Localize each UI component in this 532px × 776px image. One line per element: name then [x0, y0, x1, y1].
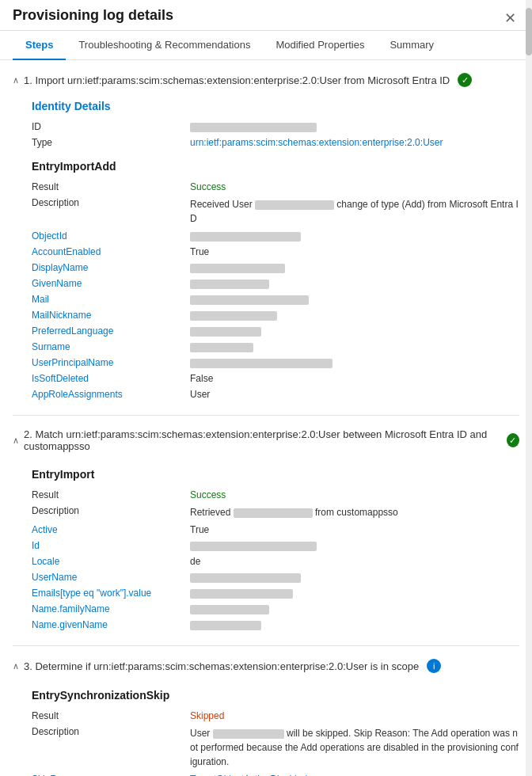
step-3-label: 3. Determine if urn:ietf:params:scim:sch… — [24, 660, 419, 672]
entry-sync-skip-title: EntrySynchronizationSkip — [32, 689, 519, 702]
entry-desc-value: Received User change of type (Add) from … — [190, 197, 519, 226]
emails-value — [190, 588, 519, 599]
preferredlang-label: PreferredLanguage — [32, 325, 190, 337]
step-1-header[interactable]: ∧ 1. Import urn:ietf:params:scim:schemas… — [13, 67, 519, 93]
givenname2-redacted — [190, 621, 261, 630]
skipreason-row: SkipReason TargetObjectActionDisabled — [32, 771, 519, 776]
upn-value — [190, 357, 519, 368]
step-2-section: ∧ 2. Match urn:ietf:params:scim:schemas:… — [13, 422, 519, 633]
entry3-desc-value: User will be skipped. Skip Reason: The A… — [190, 726, 519, 769]
identity-id-label: ID — [32, 121, 190, 132]
objectid-label: ObjectId — [32, 230, 190, 242]
step-3-entry-subsection: EntrySynchronizationSkip Result Skipped … — [32, 689, 519, 776]
id-row: Id — [32, 538, 519, 553]
displayname-label: DisplayName — [32, 262, 190, 273]
divider-1 — [13, 415, 519, 416]
step-3-info-icon: i — [427, 659, 441, 673]
step-1-chevron: ∧ — [13, 75, 19, 86]
identity-details-title: Identity Details — [32, 100, 519, 112]
page-header: Provisioning log details ✕ — [0, 0, 532, 31]
step-2-entry-subsection: EntryImport Result Success Description R… — [32, 468, 519, 633]
givenname-value — [190, 278, 519, 289]
mailnickname-value — [190, 310, 519, 321]
desc2-redacted — [234, 508, 313, 518]
identity-id-row: ID — [32, 119, 519, 135]
entry2-desc-value: Retrieved from customappsso — [190, 505, 519, 519]
mail-row: Mail — [32, 291, 519, 307]
accountenabled-row: AccountEnabled True — [32, 244, 519, 260]
surname-value — [190, 341, 519, 352]
divider-2 — [13, 645, 519, 646]
familyname-value — [190, 603, 519, 614]
approleassignments-value: User — [190, 389, 519, 400]
step-3-chevron: ∧ — [13, 661, 19, 671]
locale-value: de — [190, 556, 519, 567]
tab-modified[interactable]: Modified Properties — [263, 31, 377, 60]
entry3-desc-label: Description — [32, 726, 190, 737]
surname-row: Surname — [32, 339, 519, 355]
step-3-header[interactable]: ∧ 3. Determine if urn:ietf:params:scim:s… — [13, 652, 519, 679]
approleassignments-label: AppRoleAssignments — [32, 389, 190, 400]
givenname-row: GivenName — [32, 276, 519, 291]
username-label: UserName — [32, 572, 190, 583]
tab-steps[interactable]: Steps — [13, 31, 66, 60]
step-2-label: 2. Match urn:ietf:params:scim:schemas:ex… — [24, 428, 499, 452]
step-2-chevron: ∧ — [13, 436, 19, 446]
identity-id-redacted — [190, 123, 317, 132]
preferredlang-row: PreferredLanguage — [32, 323, 519, 339]
entry-desc-label: Description — [32, 197, 190, 208]
preferredlang-value — [190, 325, 519, 337]
step-1-check-icon: ✓ — [458, 73, 472, 87]
locale-row: Locale de — [32, 553, 519, 569]
identity-id-value — [190, 121, 519, 132]
givenname2-label: Name.givenName — [32, 619, 190, 630]
objectid-value — [190, 230, 519, 242]
emails-label: Emails[type eq "work"].value — [32, 588, 190, 599]
active-value: True — [190, 524, 519, 535]
approleassignments-row: AppRoleAssignments User — [32, 386, 519, 402]
givenname2-row: Name.givenName — [32, 617, 519, 633]
mail-label: Mail — [32, 294, 190, 305]
mailnickname-label: MailNickname — [32, 310, 190, 321]
step-1-entry-subsection: EntryImportAdd Result Success Descriptio… — [32, 160, 519, 402]
scrollbar-thumb[interactable] — [526, 8, 532, 55]
surname-redacted — [190, 343, 253, 352]
tab-troubleshooting[interactable]: Troubleshooting & Recommendations — [66, 31, 263, 60]
accountenabled-value: True — [190, 246, 519, 257]
familyname-row: Name.familyName — [32, 601, 519, 617]
entry-import-add-title: EntryImportAdd — [32, 160, 519, 173]
givenname2-value — [190, 619, 519, 630]
displayname-row: DisplayName — [32, 260, 519, 276]
entry2-result-label: Result — [32, 489, 190, 500]
id-value — [190, 540, 519, 551]
mail-value — [190, 294, 519, 305]
step-2-header[interactable]: ∧ 2. Match urn:ietf:params:scim:schemas:… — [13, 422, 519, 458]
entry-import-title: EntryImport — [32, 468, 519, 481]
entry-result-label: Result — [32, 181, 190, 192]
issoftdeleted-row: IsSoftDeleted False — [32, 371, 519, 386]
upn-label: UserPrincipalName — [32, 357, 190, 368]
step-1-label: 1. Import urn:ietf:params:scim:schemas:e… — [24, 74, 450, 86]
active-label: Active — [32, 524, 190, 535]
entry2-result-row: Result Success — [32, 487, 519, 503]
step-1-section: ∧ 1. Import urn:ietf:params:scim:schemas… — [13, 67, 519, 402]
identity-type-label: Type — [32, 137, 190, 148]
step-3-section: ∧ 3. Determine if urn:ietf:params:scim:s… — [13, 652, 519, 776]
scrollbar-track[interactable] — [526, 0, 532, 776]
entry2-desc-row: Description Retrieved from customappsso — [32, 503, 519, 522]
familyname-label: Name.familyName — [32, 603, 190, 614]
displayname-value — [190, 262, 519, 273]
id-redacted — [190, 542, 317, 551]
emails-redacted — [190, 589, 293, 599]
username-row: UserName — [32, 569, 519, 585]
identity-type-value: urn:ietf:params:scim:schemas:extension:e… — [190, 137, 519, 148]
mailnickname-redacted — [190, 311, 277, 321]
identity-type-row: Type urn:ietf:params:scim:schemas:extens… — [32, 135, 519, 150]
entry3-result-label: Result — [32, 710, 190, 721]
close-button[interactable]: ✕ — [501, 6, 519, 30]
emails-row: Emails[type eq "work"].value — [32, 585, 519, 601]
steps-content: ∧ 1. Import urn:ietf:params:scim:schemas… — [0, 60, 532, 776]
username-value — [190, 572, 519, 583]
tabs-bar: Steps Troubleshooting & Recommendations … — [0, 31, 532, 60]
tab-summary[interactable]: Summary — [377, 31, 446, 60]
